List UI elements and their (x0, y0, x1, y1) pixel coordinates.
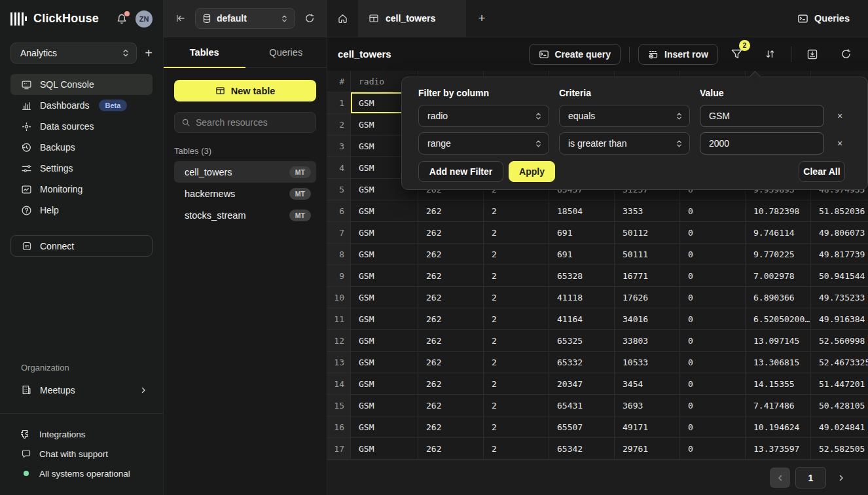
filter-criteria-select[interactable]: equals (559, 105, 690, 127)
table-cell[interactable]: 50112 (615, 222, 680, 244)
table-cell[interactable]: 0 (680, 244, 746, 265)
new-table-button[interactable]: New table (174, 80, 316, 101)
search-resources-input[interactable] (196, 117, 314, 128)
table-cell[interactable]: 3454 (615, 373, 680, 395)
page-number[interactable]: 1 (795, 467, 826, 488)
filter-value-input[interactable] (709, 111, 817, 121)
table-cell[interactable]: 0 (680, 287, 746, 308)
row-number-cell[interactable]: 15 (327, 395, 351, 416)
refresh-tables-icon[interactable] (304, 13, 315, 24)
table-cell[interactable]: GSM (351, 373, 418, 395)
table-cell[interactable]: 0 (680, 222, 746, 244)
table-cell[interactable]: 18504 (549, 200, 615, 222)
table-cell[interactable]: 49171 (615, 416, 680, 438)
table-cell[interactable]: 6.890366 (746, 287, 811, 308)
insert-row-button[interactable]: Insert row (638, 44, 718, 65)
table-cell[interactable]: 10.194624 (746, 416, 811, 438)
tab-queries[interactable]: Queries (245, 37, 327, 67)
user-avatar[interactable]: ZN (136, 10, 153, 28)
row-number-cell[interactable]: 5 (327, 179, 351, 200)
table-cell[interactable]: 50.941544 (811, 265, 868, 287)
row-number-cell[interactable]: 7 (327, 222, 351, 244)
table-cell[interactable]: 0 (680, 200, 746, 222)
row-number-cell[interactable]: 4 (327, 157, 351, 179)
table-cell[interactable]: 2 (484, 352, 549, 373)
remove-filter-icon[interactable]: × (833, 109, 847, 123)
notifications-bell-icon[interactable] (116, 13, 128, 25)
create-query-button[interactable]: Create query (529, 44, 621, 65)
sidebar-item-monitoring[interactable]: Monitoring (10, 179, 153, 200)
table-cell[interactable]: 14.15355 (746, 373, 811, 395)
table-cell[interactable]: 262 (418, 244, 484, 265)
queries-button[interactable]: Queries (797, 13, 850, 24)
sidebar-item-sql-console[interactable]: SQL Console (10, 74, 153, 95)
row-number-header[interactable]: # (327, 71, 351, 92)
table-cell[interactable]: 262 (418, 200, 484, 222)
table-cell[interactable]: GSM (351, 222, 418, 244)
clear-all-filters-button[interactable]: Clear All (799, 161, 845, 182)
table-cell[interactable]: 50111 (615, 244, 680, 265)
add-filter-button[interactable]: Add new Filter (418, 161, 503, 182)
table-cell[interactable]: 2 (484, 330, 549, 352)
table-cell[interactable]: 9.770225 (746, 244, 811, 265)
home-icon[interactable] (327, 0, 358, 37)
table-cell[interactable]: 13.097145 (746, 330, 811, 352)
filter-value-input[interactable] (709, 138, 817, 149)
table-cell[interactable]: GSM (351, 438, 418, 460)
table-cell[interactable]: 2 (484, 416, 549, 438)
table-cell[interactable]: 262 (418, 265, 484, 287)
table-cell[interactable]: GSM (351, 287, 418, 308)
table-cell[interactable]: 29761 (615, 438, 680, 460)
tab-cell-towers[interactable]: cell_towers (358, 0, 466, 37)
table-cell[interactable]: 0 (680, 416, 746, 438)
table-cell[interactable]: 52.582505 (811, 438, 868, 460)
table-cell[interactable]: GSM (351, 330, 418, 352)
table-cell[interactable]: 0 (680, 308, 746, 330)
next-page-button[interactable] (831, 468, 851, 488)
row-number-cell[interactable]: 13 (327, 352, 351, 373)
tab-tables[interactable]: Tables (164, 37, 245, 67)
table-cell[interactable]: 3353 (615, 200, 680, 222)
sidebar-item-dashboards[interactable]: Dashboards Beta (10, 95, 153, 116)
row-number-cell[interactable]: 9 (327, 265, 351, 287)
table-cell[interactable]: GSM (351, 244, 418, 265)
table-cell[interactable]: 0 (680, 330, 746, 352)
table-cell[interactable]: 10533 (615, 352, 680, 373)
sort-button[interactable] (761, 45, 779, 64)
table-cell[interactable]: 65342 (549, 438, 615, 460)
table-cell[interactable]: 65332 (549, 352, 615, 373)
table-cell[interactable]: GSM (351, 265, 418, 287)
table-list-item-hackernews[interactable]: hackernews MT (174, 183, 316, 204)
table-cell[interactable]: 65431 (549, 395, 615, 416)
table-cell[interactable]: 33803 (615, 330, 680, 352)
row-number-cell[interactable]: 11 (327, 308, 351, 330)
table-cell[interactable]: 262 (418, 438, 484, 460)
table-cell[interactable]: 691 (549, 244, 615, 265)
table-cell[interactable]: 0 (680, 265, 746, 287)
table-cell[interactable]: 20347 (549, 373, 615, 395)
table-cell[interactable]: 7.417486 (746, 395, 811, 416)
filter-column-select[interactable]: radio (418, 105, 549, 127)
table-cell[interactable]: 50.428105 (811, 395, 868, 416)
table-cell[interactable]: 0 (680, 395, 746, 416)
refresh-data-button[interactable] (837, 45, 855, 64)
table-cell[interactable]: 6.52050200… (746, 308, 811, 330)
sidebar-item-meetups[interactable]: Meetups (10, 380, 153, 400)
table-cell[interactable]: 16771 (615, 265, 680, 287)
download-button[interactable] (803, 45, 822, 64)
collapse-panel-icon[interactable] (175, 13, 186, 24)
table-cell[interactable]: GSM (351, 308, 418, 330)
row-number-cell[interactable]: 6 (327, 200, 351, 222)
row-number-cell[interactable]: 8 (327, 244, 351, 265)
table-cell[interactable]: 49.817739 (811, 244, 868, 265)
sidebar-item-settings[interactable]: Settings (10, 158, 153, 179)
table-cell[interactable]: 0 (680, 373, 746, 395)
table-cell[interactable]: 262 (418, 287, 484, 308)
system-status-link[interactable]: All systems operational (10, 464, 153, 483)
table-cell[interactable]: 2 (484, 373, 549, 395)
row-number-cell[interactable]: 3 (327, 136, 351, 157)
row-number-cell[interactable]: 12 (327, 330, 351, 352)
sidebar-item-data-sources[interactable]: Data sources (10, 116, 153, 137)
apply-filters-button[interactable]: Apply (509, 161, 555, 182)
table-cell[interactable]: GSM (351, 200, 418, 222)
